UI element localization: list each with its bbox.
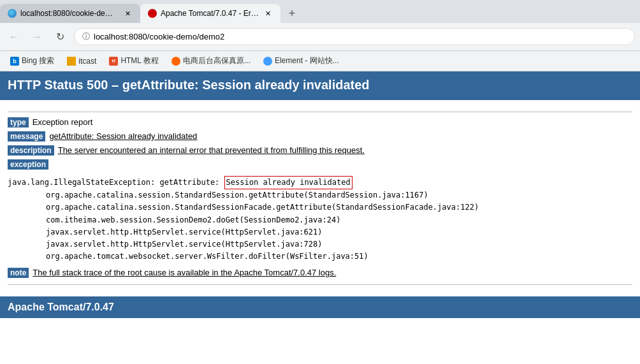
element-icon: [263, 57, 272, 66]
stack-highlighted: Session already invalidated: [224, 176, 353, 189]
bookmark-html[interactable]: H HTML 教程: [104, 54, 164, 68]
stack-line-4: javax.servlet.http.HttpServlet.service(H…: [46, 226, 632, 238]
message-value: getAttribute: Session already invalidate…: [49, 131, 197, 141]
error-body: type Exception report message getAttribu…: [0, 100, 640, 296]
page-content: HTTP Status 500 – getAttribute: Session …: [0, 71, 640, 318]
address-bar: ← → ↻ ⓘ localhost:8080/cookie-demo/demo2: [0, 23, 640, 51]
bookmark-bing-label: Bing 搜索: [22, 55, 54, 66]
url-bar[interactable]: ⓘ localhost:8080/cookie-demo/demo2: [74, 28, 635, 45]
tab-2-close[interactable]: ✕: [263, 8, 273, 18]
description-row: description The server encountered an in…: [8, 145, 632, 156]
tab-2-favicon: [148, 9, 157, 18]
stack-first-line: java.lang.IllegalStateException: getAttr…: [8, 176, 632, 189]
tab-2-title: Apache Tomcat/7.0.47 - Error: [161, 9, 259, 18]
tomcat-footer: Apache Tomcat/7.0.47: [0, 296, 640, 318]
bookmark-element[interactable]: Element - 网站快...: [258, 54, 344, 68]
stack-lines: org.apache.catalina.session.StandardSess…: [8, 189, 632, 263]
stack-first-part: java.lang.IllegalStateException: getAttr…: [8, 177, 219, 189]
bookmark-html-label: HTML 教程: [120, 55, 159, 66]
note-row: note The full stack trace of the root ca…: [8, 268, 632, 278]
message-label: message: [8, 131, 45, 142]
bookmarks-bar: b Bing 搜索 itcast H HTML 教程 电商后台高保真原... E…: [0, 51, 640, 71]
browser-chrome: localhost:8080/cookie-demo/c ✕ Apache To…: [0, 0, 640, 71]
back-button[interactable]: ←: [5, 28, 23, 46]
tab-1-favicon: [8, 9, 17, 18]
footer-text: Apache Tomcat/7.0.47: [8, 302, 114, 312]
tab-bar: localhost:8080/cookie-demo/c ✕ Apache To…: [0, 0, 640, 23]
url-text: localhost:8080/cookie-demo/demo2: [94, 32, 627, 41]
exception-label: exception: [8, 159, 48, 170]
stack-trace: java.lang.IllegalStateException: getAttr…: [8, 176, 632, 263]
lock-icon: ⓘ: [82, 31, 90, 42]
divider-top: [8, 112, 632, 112]
divider-bottom: [8, 284, 632, 285]
stack-line-2: org.apache.catalina.session.StandardSess…: [46, 201, 632, 214]
tab-2[interactable]: Apache Tomcat/7.0.47 - Error ✕: [140, 4, 280, 23]
note-value: The full stack trace of the root cause i…: [33, 268, 336, 277]
description-value: The server encountered an internal error…: [58, 145, 365, 155]
bookmark-element-label: Element - 网站快...: [275, 55, 339, 66]
message-row: message getAttribute: Session already in…: [8, 131, 632, 142]
bookmark-bing[interactable]: b Bing 搜索: [5, 54, 59, 68]
bookmark-itcast-label: itcast: [78, 57, 96, 66]
stack-line-3: com.itheima.web.session.SessionDemo2.doG…: [46, 214, 632, 226]
stack-line-5: javax.servlet.http.HttpServlet.service(H…: [46, 238, 632, 251]
note-label: note: [8, 268, 29, 278]
exception-section: exception: [8, 159, 632, 173]
type-row: type Exception report: [8, 117, 632, 127]
html-icon: H: [109, 57, 118, 66]
bookmark-itcast[interactable]: itcast: [62, 55, 101, 68]
type-label: type: [8, 117, 29, 127]
tab-1-title: localhost:8080/cookie-demo/c: [20, 9, 119, 18]
stack-line-1: org.apache.catalina.session.StandardSess…: [46, 189, 632, 201]
error-title: HTTP Status 500 – getAttribute: Session …: [8, 78, 370, 92]
type-value: Exception report: [33, 117, 93, 127]
refresh-button[interactable]: ↻: [51, 28, 69, 46]
tab-1-close[interactable]: ✕: [122, 8, 133, 18]
new-tab-button[interactable]: +: [283, 4, 301, 22]
bookmark-shop-label: 电商后台高保真原...: [183, 55, 251, 66]
forward-button[interactable]: →: [28, 28, 46, 46]
folder-icon: [67, 57, 76, 66]
description-label: description: [8, 145, 54, 156]
tab-1[interactable]: localhost:8080/cookie-demo/c ✕: [0, 4, 140, 23]
bookmark-shop[interactable]: 电商后台高保真原...: [166, 54, 256, 68]
error-header: HTTP Status 500 – getAttribute: Session …: [0, 71, 640, 100]
bing-icon: b: [10, 57, 19, 66]
shop-icon: [171, 57, 180, 66]
stack-line-6: org.apache.tomcat.websocket.server.WsFil…: [46, 251, 632, 263]
